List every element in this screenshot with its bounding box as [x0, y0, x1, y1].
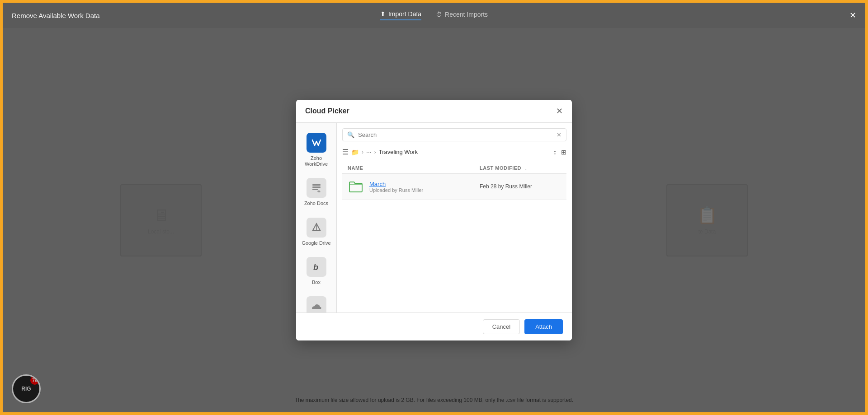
picker-body: Zoho WorkDrive: [296, 123, 572, 312]
file-uploader-march: Uploaded by Russ Miller: [369, 187, 480, 193]
clock-icon: ⏱: [436, 11, 442, 18]
file-row-march[interactable]: March Uploaded by Russ Miller Feb 28 by …: [342, 174, 566, 200]
tab-import-data[interactable]: ⬆ Import Data: [380, 10, 421, 20]
picker-close-button[interactable]: ✕: [556, 107, 563, 115]
file-modified-march: Feb 28 by Russ Miller: [480, 183, 561, 190]
folder-icon-march: [348, 178, 364, 195]
breadcrumb-folder-icon[interactable]: 📁: [351, 149, 359, 156]
tab-recent-imports[interactable]: ⏱ Recent Imports: [436, 11, 488, 20]
search-clear-button[interactable]: ✕: [557, 131, 561, 138]
file-list-header: NAME LAST MODIFIED ↓: [342, 163, 566, 174]
col-modified-header: LAST MODIFIED ↓: [480, 165, 561, 171]
file-list: March Uploaded by Russ Miller Feb 28 by …: [342, 174, 566, 307]
breadcrumb-dots[interactable]: ···: [366, 149, 372, 156]
box-icon: b: [307, 257, 326, 277]
menu-icon[interactable]: ☰: [342, 148, 349, 156]
box-label: Box: [312, 280, 321, 285]
grid-view-icon[interactable]: ⊞: [561, 149, 566, 156]
picker-footer: Cancel Attach: [296, 312, 572, 340]
zoho-docs-label: Zoho Docs: [304, 201, 328, 206]
source-zoho-docs[interactable]: Zoho Docs: [296, 173, 336, 212]
sort-arrow: ↓: [525, 166, 528, 171]
search-icon: 🔍: [347, 131, 354, 138]
search-bar: 🔍 ✕: [342, 128, 566, 141]
cancel-button[interactable]: Cancel: [483, 319, 520, 334]
breadcrumb-current: Traveling Work: [379, 149, 418, 155]
workdrive-label: Zoho WorkDrive: [300, 155, 333, 167]
search-input[interactable]: [358, 131, 553, 138]
google-drive-icon: [307, 218, 326, 238]
cloud-picker-dialog: Cloud Picker ✕: [296, 100, 572, 340]
svg-rect-4: [312, 189, 318, 190]
picker-header: Cloud Picker ✕: [296, 100, 572, 123]
source-workdrive[interactable]: Zoho WorkDrive: [296, 127, 336, 173]
source-onedrive[interactable]: OneDrive: [296, 291, 336, 312]
file-info-march: March Uploaded by Russ Miller: [369, 181, 480, 193]
svg-rect-2: [312, 184, 321, 186]
breadcrumb-sep-2: ›: [374, 149, 376, 155]
breadcrumb-left: ☰ 📁 › ··· › Traveling Work: [342, 148, 418, 156]
workdrive-icon: [307, 133, 326, 153]
app-window: Remove Available Work Data ⬆ Import Data…: [3, 3, 865, 412]
source-google-drive[interactable]: Google Drive: [296, 212, 336, 252]
dialog-overlay: Cloud Picker ✕: [3, 28, 865, 412]
breadcrumb-right: ↕ ⊞: [553, 149, 566, 156]
source-box[interactable]: b Box: [296, 252, 336, 291]
app-title: Remove Available Work Data: [12, 12, 100, 19]
zohoDocs-icon: [307, 178, 326, 198]
breadcrumb-sep-1: ›: [362, 149, 363, 155]
picker-content: 🔍 ✕ ☰ 📁 › ··· › Tr: [337, 123, 572, 312]
svg-rect-3: [312, 187, 321, 188]
svg-text:b: b: [313, 263, 318, 272]
picker-sidebar: Zoho WorkDrive: [296, 123, 337, 312]
google-drive-label: Google Drive: [302, 240, 330, 246]
import-icon: ⬆: [380, 10, 386, 18]
top-tabs: ⬆ Import Data ⏱ Recent Imports: [380, 10, 488, 20]
onedrive-icon: [307, 296, 326, 312]
breadcrumb-bar: ☰ 📁 › ··· › Traveling Work ↕ ⊞: [342, 146, 566, 158]
main-content: 🖥 Local sto... 📋 te Data The maximum fil…: [3, 28, 865, 412]
picker-title: Cloud Picker: [305, 107, 349, 115]
col-name-header: NAME: [348, 165, 480, 171]
file-name-march: March: [369, 181, 480, 187]
attach-button[interactable]: Attach: [524, 319, 563, 334]
sort-icon[interactable]: ↕: [553, 149, 557, 156]
top-bar: Remove Available Work Data ⬆ Import Data…: [3, 3, 865, 28]
window-close-button[interactable]: ✕: [849, 11, 856, 19]
